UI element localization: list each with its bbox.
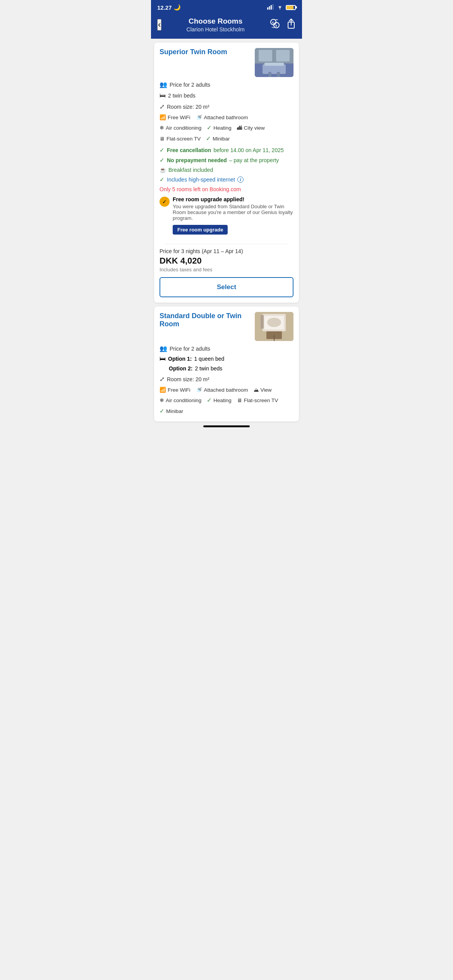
svg-rect-16 (268, 72, 271, 77)
svg-rect-15 (264, 63, 284, 66)
option2-label: Option 2: (169, 365, 192, 372)
share-icon[interactable] (287, 18, 296, 31)
check-icon-internet: ✓ (160, 176, 165, 183)
view-icon-standard: ⛰ (254, 387, 259, 393)
amenity-wifi-superior: 📶 Free WiFi (160, 114, 190, 120)
divider-superior (165, 244, 288, 244)
upgrade-title: Free room upgrade applied! (173, 196, 293, 202)
adults-row-standard: 👥 Price for 2 adults (160, 345, 293, 352)
adults-row-superior: 👥 Price for 2 adults (160, 81, 293, 88)
adults-icon-standard: 👥 (160, 345, 167, 352)
beds-icon-superior: 🛏 (160, 92, 166, 99)
status-bar: 12.27 🌙 (151, 0, 302, 14)
check-icon-minibar-superior: ✓ (206, 135, 211, 142)
check-icon-heating-standard: ✓ (207, 397, 212, 404)
svg-point-4 (280, 9, 280, 9)
breakfast-line: ☕ Breakfast included (160, 167, 293, 173)
upgrade-badge-icon: ✓ (160, 197, 170, 207)
price-nights-superior: Price for 3 nights (Apr 11 – Apr 14) (160, 248, 293, 254)
svg-rect-23 (261, 315, 264, 329)
breakfast-text: Breakfast included (168, 167, 213, 173)
beds-text-superior: 2 twin beds (168, 93, 196, 99)
amenities-grid-standard: 📶 Free WiFi 🚿 Attached bathroom ⛰ View ❄… (160, 387, 293, 416)
free-cancellation-line: ✓ Free cancellation before 14.00 on Apr … (160, 147, 293, 154)
amenity-wifi-standard: 📶 Free WiFi (160, 387, 190, 393)
currency-exchange-icon[interactable]: € $ (269, 18, 280, 31)
header-actions: € $ (269, 18, 296, 31)
cityview-icon-superior: 🏙 (237, 125, 242, 131)
room-card-superior-twin: Superior Twin Room (154, 43, 299, 303)
free-cancellation-detail: before 14.00 on Apr 11, 2025 (213, 147, 283, 153)
amenity-minibar-superior: ✓ Minibar (206, 135, 230, 142)
ac-icon-superior: ❄ (160, 125, 164, 131)
amenity-ac-standard: ❄ Air conditioning (160, 397, 201, 404)
svg-point-21 (267, 318, 281, 327)
bath-icon-standard: 🚿 (196, 387, 202, 393)
high-speed-line: ✓ Includes high-speed internet i (160, 176, 293, 183)
option2-row: Option 2: 2 twin beds (169, 365, 293, 372)
room-title-superior: Superior Twin Room (160, 48, 251, 56)
amenity-heating-standard: ✓ Heating (207, 397, 232, 404)
amenity-tv-superior: 🖥 Flat-screen TV (160, 135, 201, 142)
rooms-left-text: Only 5 rooms left on Booking.com (160, 186, 293, 192)
svg-rect-3 (273, 4, 274, 10)
amenity-view-standard: ⛰ View (254, 387, 272, 393)
amenity-heating-superior: ✓ Heating (207, 124, 232, 131)
ac-icon-standard: ❄ (160, 397, 164, 403)
amenities-grid-superior: 📶 Free WiFi 🚿 Attached bathroom ❄ Air co… (160, 114, 293, 144)
signal-icon (267, 4, 274, 11)
status-icons-area (267, 4, 296, 11)
battery-icon (286, 5, 296, 10)
check-icon-minibar-standard: ✓ (160, 408, 165, 415)
status-time-area: 12.27 🌙 (157, 4, 181, 11)
room-header-standard: Standard Double or Twin Room (160, 312, 293, 341)
room-size-row-standard: ⤢ Room size: 20 m² (160, 375, 293, 383)
wifi-icon-superior: 📶 (160, 114, 166, 120)
app-header: ‹ Choose Rooms Clarion Hotel Stockholm €… (151, 14, 302, 39)
info-icon-internet[interactable]: i (237, 176, 244, 183)
price-taxes-superior: Includes taxes and fees (160, 267, 293, 272)
svg-rect-1 (269, 6, 270, 10)
svg-text:€: € (272, 21, 274, 24)
select-button-superior[interactable]: Select (160, 277, 293, 297)
bed-icon-option1: 🛏 (160, 355, 166, 362)
page-title: Choose Rooms (161, 17, 269, 26)
bath-icon-superior: 🚿 (196, 114, 202, 120)
no-prepayment-label: No prepayment needed (167, 157, 227, 163)
back-button[interactable]: ‹ (157, 19, 161, 31)
size-icon-superior: ⤢ (160, 103, 165, 110)
rooms-scroll-area: Superior Twin Room (151, 39, 302, 431)
high-speed-text: Includes high-speed internet (167, 176, 235, 183)
room-card-standard: Standard Double or Twin Room (154, 307, 299, 421)
home-indicator (203, 425, 250, 427)
free-cancellation-label: Free cancellation (167, 147, 211, 153)
adults-icon: 👥 (160, 81, 167, 88)
moon-icon: 🌙 (173, 4, 181, 11)
check-icon-heating-superior: ✓ (207, 124, 212, 131)
svg-text:$: $ (275, 24, 277, 27)
beds-row-superior: 🛏 2 twin beds (160, 92, 293, 99)
amenity-minibar-standard: ✓ Minibar (160, 408, 183, 415)
check-icon-prepayment: ✓ (160, 157, 165, 164)
header-center: Choose Rooms Clarion Hotel Stockholm (161, 17, 269, 33)
breakfast-icon: ☕ (160, 167, 166, 173)
size-icon-standard: ⤢ (160, 375, 165, 383)
room-title-standard: Standard Double or Twin Room (160, 312, 251, 328)
wifi-icon-standard: 📶 (160, 387, 166, 393)
option1-label: Option 1: (168, 356, 192, 362)
price-section-superior: Price for 3 nights (Apr 11 – Apr 14) DKK… (154, 235, 299, 272)
upgrade-badge-button: Free room upgrade (173, 225, 228, 235)
svg-rect-0 (267, 7, 268, 10)
room-size-row-superior: ⤢ Room size: 20 m² (160, 103, 293, 110)
svg-rect-17 (277, 72, 280, 77)
amenity-ac-superior: ❄ Air conditioning (160, 124, 201, 131)
select-btn-wrap-superior: Select (154, 272, 299, 303)
check-icon-cancel: ✓ (160, 147, 165, 154)
tv-icon-superior: 🖥 (160, 136, 165, 142)
room-thumbnail-standard[interactable] (255, 312, 293, 341)
amenity-bath-superior: 🚿 Attached bathroom (196, 114, 248, 120)
room-thumbnail-superior[interactable] (255, 48, 293, 77)
wifi-icon (276, 4, 283, 11)
upgrade-row: ✓ Free room upgrade applied! You were up… (160, 196, 293, 221)
price-amount-superior: DKK 4,020 (160, 256, 293, 266)
